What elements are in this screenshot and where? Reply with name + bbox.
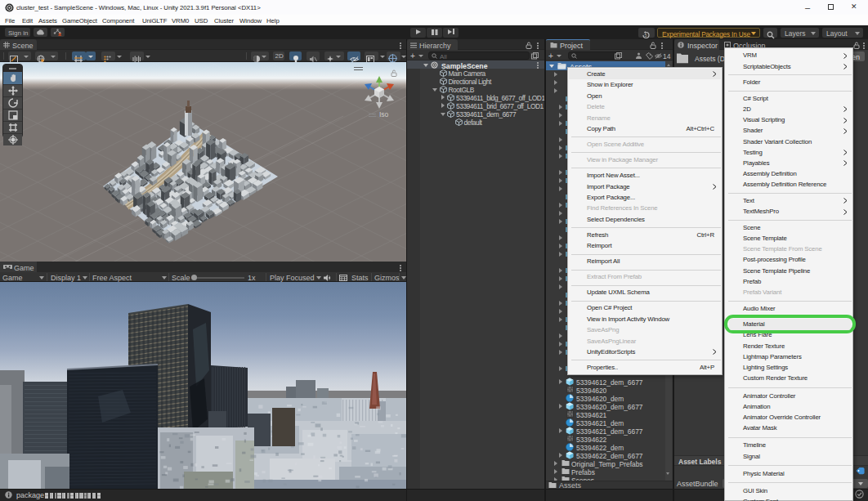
svg-text:5: 5 <box>645 34 647 38</box>
